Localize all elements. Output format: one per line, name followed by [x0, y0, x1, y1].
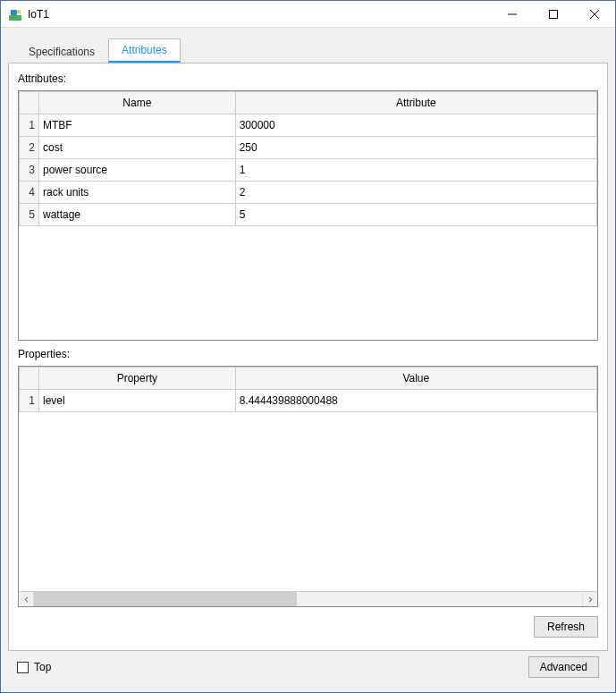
checkbox-box-icon[interactable]	[17, 662, 29, 673]
attributes-header-corner	[20, 92, 39, 114]
attr-value-cell[interactable]: 300000	[235, 114, 596, 137]
window-title: IoT1	[28, 8, 49, 21]
minimize-button[interactable]	[492, 1, 533, 28]
maximize-button[interactable]	[533, 1, 574, 28]
scroll-right-arrow-icon[interactable]	[582, 592, 597, 606]
properties-header-property[interactable]: Property	[39, 368, 236, 390]
table-row[interactable]: 1 level 8.444439888000488	[20, 390, 597, 412]
attr-value-cell[interactable]: 2	[235, 182, 596, 204]
tab-attributes[interactable]: Attributes	[108, 38, 181, 63]
close-button[interactable]	[574, 1, 615, 28]
properties-grid[interactable]: Property Value 1 level 8.444439888000488	[18, 366, 598, 607]
refresh-row: Refresh	[18, 616, 598, 638]
top-checkbox-label: Top	[34, 661, 51, 673]
attributes-label: Attributes:	[18, 72, 598, 85]
bottom-bar: Top Advanced	[8, 651, 608, 685]
tabpage-attributes: Attributes: Name Attribute	[8, 63, 608, 651]
table-row[interactable]: 5 wattage 5	[20, 204, 597, 226]
attr-name-cell[interactable]: cost	[39, 137, 236, 159]
refresh-button[interactable]: Refresh	[534, 616, 598, 638]
attributes-header-attribute[interactable]: Attribute	[235, 92, 596, 114]
row-number: 4	[20, 182, 39, 204]
attr-value-cell[interactable]: 250	[235, 137, 596, 159]
attr-name-cell[interactable]: wattage	[39, 204, 236, 226]
row-number: 3	[20, 159, 39, 182]
attributes-header-name[interactable]: Name	[39, 92, 236, 114]
horizontal-scrollbar[interactable]	[19, 591, 597, 606]
svg-rect-4	[550, 10, 558, 18]
table-row[interactable]: 2 cost 250	[20, 137, 597, 159]
svg-rect-1	[11, 10, 17, 15]
row-number: 5	[20, 204, 39, 226]
table-row[interactable]: 3 power source 1	[20, 159, 597, 182]
attr-name-cell[interactable]: MTBF	[39, 114, 236, 137]
attributes-grid[interactable]: Name Attribute 1 MTBF 300000 2 cost	[18, 90, 598, 341]
attr-value-cell[interactable]: 1	[235, 159, 596, 182]
properties-header-value[interactable]: Value	[235, 368, 596, 390]
titlebar: IoT1	[1, 1, 615, 28]
scroll-left-arrow-icon[interactable]	[19, 592, 34, 606]
top-checkbox[interactable]: Top	[17, 661, 51, 673]
prop-name-cell[interactable]: level	[39, 390, 236, 412]
table-row[interactable]: 1 MTBF 300000	[20, 114, 597, 137]
advanced-button[interactable]: Advanced	[528, 656, 599, 678]
properties-grid-filler	[19, 412, 597, 591]
scroll-track[interactable]	[34, 592, 582, 606]
properties-label: Properties:	[18, 348, 598, 360]
tabstrip: Specifications Attributes	[8, 35, 608, 63]
properties-header-corner	[20, 368, 39, 390]
row-number: 1	[20, 390, 39, 412]
svg-rect-0	[9, 15, 21, 21]
attr-name-cell[interactable]: rack units	[39, 182, 236, 204]
svg-point-2	[17, 9, 21, 13]
app-icon	[8, 7, 22, 21]
content-area: Specifications Attributes Attributes: Na…	[1, 28, 615, 692]
row-number: 1	[20, 114, 39, 137]
attributes-grid-filler	[19, 226, 597, 340]
row-number: 2	[20, 137, 39, 159]
attr-value-cell[interactable]: 5	[235, 204, 596, 226]
scroll-thumb[interactable]	[34, 592, 297, 606]
tab-specifications[interactable]: Specifications	[15, 40, 108, 63]
window-root: IoT1 Specifications Attributes Attribute…	[0, 0, 616, 693]
attr-name-cell[interactable]: power source	[39, 159, 236, 182]
prop-value-cell[interactable]: 8.444439888000488	[235, 390, 596, 412]
table-row[interactable]: 4 rack units 2	[20, 182, 597, 204]
